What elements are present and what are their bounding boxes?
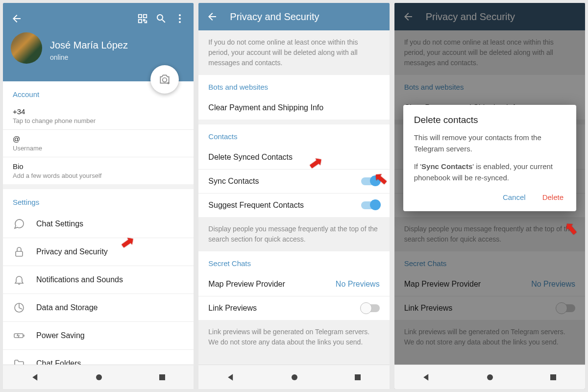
map-preview-value: No Previews — [336, 280, 380, 289]
settings-privacy[interactable]: Privacy and Security — [3, 238, 194, 266]
nav-back-icon[interactable] — [421, 372, 431, 382]
back-icon[interactable] — [205, 10, 219, 24]
phone-row[interactable]: +34 Tap to change phone number — [3, 102, 194, 130]
data-icon — [13, 301, 25, 314]
account-delete-info: If you do not come online at least once … — [198, 30, 389, 75]
delete-button[interactable]: Delete — [540, 190, 565, 204]
user-name: José María López — [50, 40, 128, 51]
phone-hint: Tap to change phone number — [13, 117, 184, 124]
page-title: Privacy and Security — [230, 11, 319, 23]
bell-icon — [13, 273, 25, 286]
svg-rect-7 — [16, 251, 23, 256]
settings-header: Settings — [3, 189, 194, 210]
camera-button[interactable] — [150, 65, 179, 94]
settings-label: Data and Storage — [36, 303, 98, 312]
avatar[interactable] — [11, 32, 42, 64]
contacts-header: Contacts — [198, 124, 389, 146]
svg-rect-13 — [355, 374, 361, 380]
username-hint: Username — [13, 145, 184, 152]
android-navbar — [198, 365, 389, 389]
cancel-button[interactable]: Cancel — [501, 190, 528, 204]
map-preview-row[interactable]: Map Preview Provider No Previews — [198, 272, 389, 296]
sync-contacts-toggle[interactable] — [361, 177, 380, 185]
nav-recent-icon[interactable] — [549, 373, 558, 382]
screen-privacy: Privacy and Security If you do not come … — [198, 3, 389, 389]
link-previews-toggle[interactable] — [361, 304, 380, 312]
settings-power[interactable]: Power Saving — [3, 322, 194, 350]
profile-header: José María López online — [3, 3, 194, 81]
suggest-frequent-toggle[interactable] — [361, 201, 380, 209]
delete-synced-row[interactable]: Delete Synced Contacts — [198, 146, 389, 170]
screen-profile: José María López online Account +34 Tap … — [3, 3, 194, 389]
more-icon[interactable] — [173, 12, 187, 25]
link-previews-row[interactable]: Link Previews — [198, 296, 389, 320]
divider — [3, 184, 194, 189]
svg-rect-11 — [159, 374, 165, 380]
phone-value: +34 — [13, 107, 184, 116]
battery-icon — [13, 329, 25, 342]
privacy-header: Privacy and Security — [198, 3, 389, 30]
secret-chats-header: Secret Chats — [198, 251, 389, 272]
clear-payment-row[interactable]: Clear Payment and Shipping Info — [198, 96, 389, 120]
qr-icon[interactable] — [136, 12, 149, 25]
svg-rect-15 — [550, 374, 556, 380]
bio-value: Bio — [13, 162, 184, 171]
svg-point-4 — [179, 18, 181, 20]
screen-dialog: Privacy and Security If you do not come … — [394, 3, 585, 389]
bots-header: Bots and websites — [198, 75, 389, 96]
settings-data[interactable]: Data and Storage — [3, 294, 194, 322]
settings-chat[interactable]: Chat Settings — [3, 210, 194, 238]
nav-home-icon[interactable] — [486, 373, 494, 382]
svg-point-12 — [292, 374, 297, 380]
back-icon[interactable] — [10, 12, 24, 25]
dialog-body: This will remove your contacts from the … — [414, 132, 565, 183]
nav-recent-icon[interactable] — [353, 373, 362, 382]
android-navbar — [3, 365, 194, 389]
nav-home-icon[interactable] — [95, 373, 103, 382]
svg-point-14 — [487, 374, 493, 380]
sync-contacts-row[interactable]: Sync Contacts — [198, 170, 389, 194]
nav-back-icon[interactable] — [226, 372, 236, 382]
bio-hint: Add a few words about yourself — [13, 172, 184, 179]
user-status: online — [50, 53, 68, 61]
chat-icon — [13, 218, 25, 230]
nav-recent-icon[interactable] — [158, 373, 167, 382]
dialog-title: Delete contacts — [414, 115, 565, 125]
svg-rect-1 — [144, 15, 147, 18]
svg-point-3 — [179, 14, 181, 16]
nav-home-icon[interactable] — [290, 373, 299, 382]
username-row[interactable]: @ Username — [3, 130, 194, 157]
svg-point-6 — [163, 78, 167, 82]
android-navbar — [394, 365, 585, 389]
bio-row[interactable]: Bio Add a few words about yourself — [3, 157, 194, 184]
search-icon[interactable] — [154, 12, 168, 25]
nav-back-icon[interactable] — [30, 372, 40, 382]
suggest-frequent-row[interactable]: Suggest Frequent Contacts — [198, 194, 389, 217]
divider — [198, 120, 389, 124]
delete-contacts-dialog: Delete contacts This will remove your co… — [403, 105, 576, 211]
settings-notifications[interactable]: Notifications and Sounds — [3, 266, 194, 294]
svg-rect-2 — [139, 20, 142, 23]
svg-point-10 — [96, 374, 102, 380]
settings-label: Chat Settings — [36, 220, 83, 228]
settings-label: Power Saving — [36, 331, 85, 340]
lock-icon — [13, 245, 25, 258]
suggest-info: Display people you message frequently at… — [198, 217, 389, 251]
settings-label: Privacy and Security — [36, 247, 108, 256]
username-value: @ — [13, 135, 184, 143]
svg-point-5 — [179, 21, 181, 23]
settings-label: Notifications and Sounds — [36, 275, 123, 284]
svg-rect-0 — [139, 15, 142, 18]
